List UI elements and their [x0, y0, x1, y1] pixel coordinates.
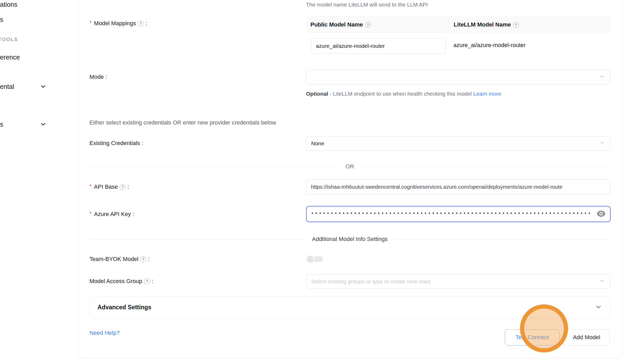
sidebar-item-1[interactable]: s — [0, 15, 3, 24]
eye-icon[interactable] — [596, 210, 606, 218]
help-icon[interactable]: ? — [138, 21, 144, 27]
chevron-down-icon — [595, 303, 602, 312]
sidebar-item-label: s — [0, 16, 3, 23]
api-base-label: * API Base ? : — [89, 183, 129, 191]
toggle-knob — [306, 255, 315, 264]
additional-settings-divider: Additional Model Info Settings — [89, 236, 610, 243]
model-access-group-select[interactable]: Select existing groups or type to create… — [306, 274, 610, 289]
sidebar-item-label: s — [0, 121, 3, 128]
sidebar-item-experimental[interactable]: ental — [0, 82, 14, 91]
chevron-down-icon — [599, 140, 605, 147]
existing-credentials-label: Existing Credentials : — [89, 139, 144, 147]
add-model-form: The model name LiteLLM will send to the … — [78, 0, 622, 360]
model-mappings-header: Public Model Name ? LiteLLM Model Name ? — [306, 16, 610, 33]
model-access-group-placeholder: Select existing groups or type to create… — [311, 278, 431, 285]
api-base-value: https://ishaa-mh6uutut-swedencentral.cog… — [311, 184, 562, 190]
existing-credentials-value: None — [311, 140, 324, 147]
chevron-down-icon — [40, 83, 47, 91]
model-mappings-label: * Model Mappings ? : — [89, 19, 147, 27]
model-mappings-row: azure_ai/azure-model-router — [306, 33, 610, 58]
sidebar-item-3[interactable]: erence — [0, 53, 20, 62]
model-name-hint: The model name LiteLLM will send to the … — [306, 2, 428, 8]
required-marker: * — [89, 182, 92, 190]
public-model-name-header: Public Model Name ? — [306, 19, 449, 30]
mode-select[interactable] — [306, 70, 610, 84]
chevron-down-icon — [599, 74, 605, 81]
model-access-group-label: Model Access Group ? : — [89, 277, 153, 285]
sidebar-section-tools: TOOLS — [0, 37, 18, 42]
mode-help-text: Optional - LiteLLM endpoint to use when … — [306, 89, 514, 99]
additional-settings-divider-text: Additional Model Info Settings — [312, 236, 388, 243]
team-byok-label: Team-BYOK Model ? : — [89, 255, 149, 263]
mode-label: Mode : — [89, 73, 107, 81]
sidebar-item-label: ental — [0, 83, 14, 90]
or-divider-text: OR — [346, 163, 354, 170]
credentials-note: Either select existing credentials OR en… — [89, 119, 276, 126]
or-divider: OR — [89, 163, 610, 170]
litellm-model-name-value: azure_ai/azure-model-router — [453, 42, 526, 49]
api-base-input[interactable]: https://ishaa-mh6uutut-swedencentral.cog… — [306, 179, 610, 194]
chevron-down-icon — [40, 121, 47, 129]
existing-credentials-select[interactable]: None — [306, 136, 610, 151]
azure-api-key-label: * Azure API Key : — [89, 210, 134, 218]
learn-more-link[interactable]: Learn more — [473, 91, 501, 97]
azure-api-key-input[interactable]: ••••••••••••••••••••••••••••••••••••••••… — [306, 206, 611, 222]
sidebar: ations s TOOLS erence ental s — [0, 0, 78, 360]
sidebar-item-organizations[interactable]: ations — [0, 0, 17, 9]
help-icon[interactable]: ? — [140, 256, 146, 262]
public-model-name-input[interactable] — [311, 38, 446, 54]
need-help-link[interactable]: Need Help? — [89, 330, 120, 336]
team-byok-toggle[interactable] — [307, 256, 323, 262]
test-connect-button[interactable]: Test Connect — [505, 329, 560, 345]
sidebar-item-label: ations — [0, 1, 17, 8]
masked-api-key: ••••••••••••••••••••••••••••••••••••••••… — [311, 210, 592, 216]
litellm-model-name-header: LiteLLM Model Name ? — [449, 21, 610, 28]
add-model-button[interactable]: Add Model — [563, 329, 610, 345]
help-icon[interactable]: ? — [513, 22, 519, 28]
advanced-settings-title: Advanced Settings — [97, 304, 151, 311]
help-icon[interactable]: ? — [120, 184, 126, 190]
chevron-down-icon — [599, 278, 605, 285]
sidebar-item-settings[interactable]: s — [0, 120, 3, 129]
help-icon[interactable]: ? — [144, 278, 150, 284]
help-icon[interactable]: ? — [365, 22, 371, 28]
required-marker: * — [89, 19, 92, 27]
advanced-settings-panel[interactable]: Advanced Settings — [89, 296, 610, 318]
required-marker: * — [89, 210, 92, 218]
sidebar-item-label: erence — [0, 54, 20, 61]
model-mappings-table: Public Model Name ? LiteLLM Model Name ?… — [306, 16, 610, 58]
